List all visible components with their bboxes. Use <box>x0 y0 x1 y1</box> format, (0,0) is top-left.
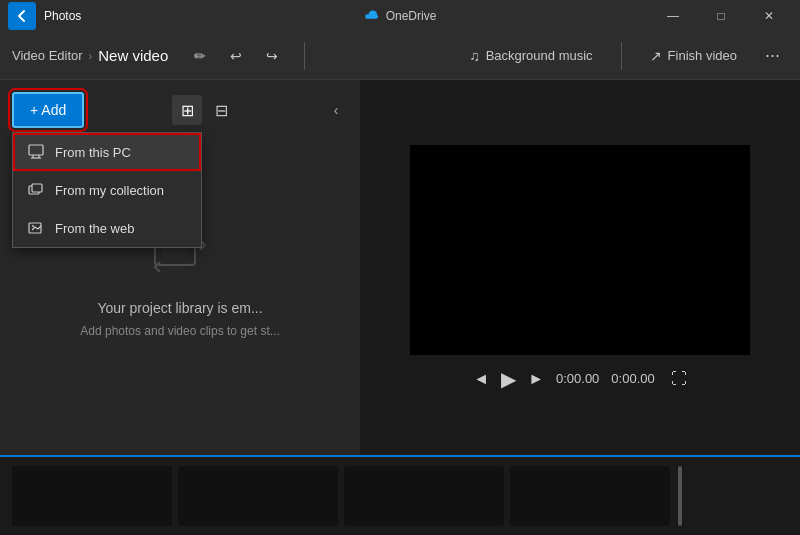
background-music-label: Background music <box>486 48 593 63</box>
title-bar-left: Photos <box>8 2 81 30</box>
app-title: Photos <box>44 9 81 23</box>
back-button[interactable] <box>8 2 36 30</box>
breadcrumb: Video Editor › New video <box>12 47 168 64</box>
toolbar-right: ♫ Background music ↗ Finish video ··· <box>461 41 788 70</box>
title-bar: Photos OneDrive — □ ✕ <box>0 0 800 32</box>
current-time: 0:00.00 <box>556 371 599 386</box>
timeline-clip[interactable] <box>178 466 338 526</box>
timeline-end-marker <box>678 466 682 526</box>
maximize-button[interactable]: □ <box>698 0 744 32</box>
from-web-item[interactable]: From the web <box>13 209 201 247</box>
main-content: + Add ⊞ ⊟ ‹ From this PC <box>0 80 800 455</box>
add-button-wrapper: + Add <box>12 92 84 128</box>
add-dropdown-menu: From this PC From my collection <box>12 132 202 248</box>
left-panel: + Add ⊞ ⊟ ‹ From this PC <box>0 80 360 455</box>
from-collection-label: From my collection <box>55 183 164 198</box>
web-icon <box>27 219 45 237</box>
background-music-button[interactable]: ♫ Background music <box>461 42 600 70</box>
more-options-button[interactable]: ··· <box>757 41 788 70</box>
breadcrumb-parent[interactable]: Video Editor <box>12 48 83 63</box>
list-view-button[interactable]: ⊟ <box>206 95 236 125</box>
finish-video-button[interactable]: ↗ Finish video <box>642 42 745 70</box>
collapse-panel-button[interactable]: ‹ <box>324 98 348 122</box>
video-preview <box>410 145 750 355</box>
play-button[interactable]: ▶ <box>501 367 516 391</box>
forward-button[interactable]: ► <box>528 370 544 388</box>
minimize-button[interactable]: — <box>650 0 696 32</box>
close-button[interactable]: ✕ <box>746 0 792 32</box>
right-panel: ◄ ▶ ► 0:00.00 0:00.00 ⛶ <box>360 80 800 455</box>
onedrive-icon <box>364 10 380 22</box>
fullscreen-button[interactable]: ⛶ <box>671 370 687 388</box>
toolbar-actions: ✏ ↩ ↪ <box>184 40 288 72</box>
undo-button[interactable]: ↩ <box>220 40 252 72</box>
grid-view-button[interactable]: ⊞ <box>172 95 202 125</box>
pc-icon <box>27 143 45 161</box>
title-bar-right: — □ ✕ <box>650 0 792 32</box>
svg-rect-0 <box>29 145 43 155</box>
toolbar-divider-2 <box>621 42 622 70</box>
toolbar-divider <box>304 42 305 70</box>
svg-point-7 <box>32 225 34 227</box>
timeline-clip[interactable] <box>510 466 670 526</box>
view-toggle: ⊞ ⊟ <box>172 95 236 125</box>
music-icon: ♫ <box>469 48 480 64</box>
library-empty-subtitle: Add photos and video clips to get st... <box>80 324 279 338</box>
edit-title-button[interactable]: ✏ <box>184 40 216 72</box>
title-bar-center: OneDrive <box>364 9 437 23</box>
timeline-clip[interactable] <box>12 466 172 526</box>
finish-video-label: Finish video <box>668 48 737 63</box>
video-controls: ◄ ▶ ► 0:00.00 0:00.00 ⛶ <box>473 367 686 391</box>
total-time: 0:00.00 <box>611 371 654 386</box>
redo-button[interactable]: ↪ <box>256 40 288 72</box>
add-bar: + Add ⊞ ⊟ ‹ <box>0 80 360 140</box>
from-web-label: From the web <box>55 221 134 236</box>
onedrive-label: OneDrive <box>386 9 437 23</box>
timeline-clip[interactable] <box>344 466 504 526</box>
svg-rect-5 <box>32 184 42 192</box>
timeline <box>0 455 800 535</box>
export-icon: ↗ <box>650 48 662 64</box>
rewind-button[interactable]: ◄ <box>473 370 489 388</box>
breadcrumb-separator: › <box>89 50 93 62</box>
from-collection-item[interactable]: From my collection <box>13 171 201 209</box>
add-button[interactable]: + Add <box>12 92 84 128</box>
library-empty-title: Your project library is em... <box>97 300 262 316</box>
from-pc-item[interactable]: From this PC <box>13 133 201 171</box>
breadcrumb-current: New video <box>98 47 168 64</box>
collection-icon <box>27 181 45 199</box>
toolbar: Video Editor › New video ✏ ↩ ↪ ♫ Backgro… <box>0 32 800 80</box>
from-pc-label: From this PC <box>55 145 131 160</box>
